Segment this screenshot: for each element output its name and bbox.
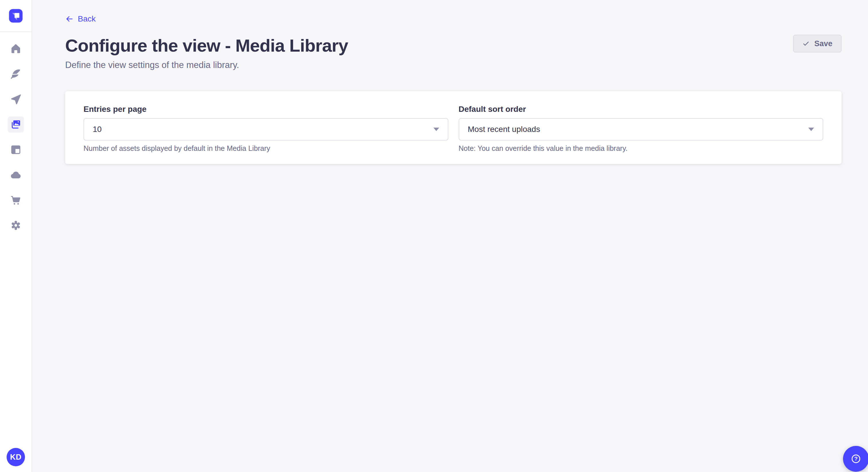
images-icon <box>10 119 22 131</box>
settings-card: Entries per page 10 Number of assets dis… <box>65 91 842 164</box>
feather-icon <box>10 68 22 80</box>
sidebar: KD <box>0 0 32 472</box>
chevron-down-icon <box>808 128 814 131</box>
save-button-label: Save <box>814 39 832 48</box>
home-icon <box>10 43 22 55</box>
user-avatar[interactable]: KD <box>7 448 25 466</box>
sidebar-item-marketplace[interactable] <box>8 192 24 208</box>
sidebar-item-settings[interactable] <box>8 217 24 233</box>
entries-per-page-field: Entries per page 10 Number of assets dis… <box>84 104 448 153</box>
default-sort-order-label: Default sort order <box>459 104 824 114</box>
page-header-text: Configure the view - Media Library Defin… <box>65 35 348 70</box>
cart-icon <box>10 194 22 206</box>
arrow-left-icon <box>65 14 74 23</box>
sidebar-item-content-manager[interactable] <box>8 66 24 82</box>
question-mark-icon: ? <box>851 454 860 463</box>
cloud-icon <box>10 169 22 181</box>
main-content: Back Configure the view - Media Library … <box>32 0 868 472</box>
entries-per-page-hint: Number of assets displayed by default in… <box>84 144 448 153</box>
sidebar-item-home[interactable] <box>8 41 24 57</box>
save-button[interactable]: Save <box>793 35 842 53</box>
chevron-down-icon <box>433 128 439 131</box>
default-sort-order-select[interactable]: Most recent uploads <box>459 118 824 140</box>
strapi-logo-icon <box>8 8 24 24</box>
sidebar-item-deploy[interactable] <box>8 167 24 183</box>
sidebar-nav <box>0 32 32 233</box>
sidebar-item-media-library[interactable] <box>8 116 24 133</box>
app-window: KD Back Configure the view - Media Libra… <box>0 0 868 472</box>
entries-per-page-label: Entries per page <box>84 104 448 114</box>
entries-per-page-value: 10 <box>93 125 102 134</box>
layout-icon <box>10 144 22 156</box>
sidebar-item-content-type-builder[interactable] <box>8 142 24 158</box>
paper-plane-icon <box>10 93 22 105</box>
sidebar-item-releases[interactable] <box>8 91 24 107</box>
default-sort-order-field: Default sort order Most recent uploads N… <box>459 104 824 153</box>
sidebar-logo-section <box>0 0 32 32</box>
gear-icon <box>10 220 22 231</box>
default-sort-order-value: Most recent uploads <box>468 125 540 134</box>
entries-per-page-select[interactable]: 10 <box>84 118 448 140</box>
default-sort-order-hint: Note: You can override this value in the… <box>459 144 824 153</box>
help-button[interactable]: ? <box>843 446 868 472</box>
check-icon <box>802 40 810 47</box>
back-link[interactable]: Back <box>65 14 96 24</box>
strapi-logo[interactable] <box>8 8 24 24</box>
page-title: Configure the view - Media Library <box>65 35 348 57</box>
page-subtitle: Define the view settings of the media li… <box>65 60 348 70</box>
page-header: Configure the view - Media Library Defin… <box>65 35 842 70</box>
back-label: Back <box>78 14 96 24</box>
